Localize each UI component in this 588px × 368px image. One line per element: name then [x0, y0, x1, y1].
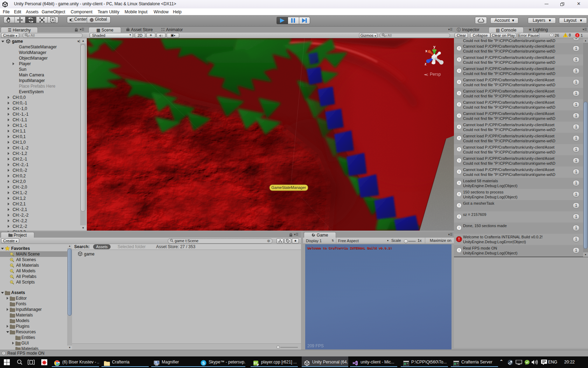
- svg-text:y: y: [433, 45, 436, 49]
- svg-text:Persp: Persp: [430, 72, 441, 77]
- svg-text:!: !: [458, 181, 460, 185]
- svg-text:!: !: [577, 34, 578, 37]
- svg-text:x: x: [425, 49, 428, 53]
- svg-text:S: S: [202, 361, 205, 365]
- svg-text:!: !: [458, 192, 460, 196]
- svg-text:!: !: [551, 33, 552, 36]
- svg-text:GameStateManager: GameStateManager: [271, 185, 306, 190]
- svg-text:!: !: [458, 69, 460, 73]
- svg-text:!: !: [458, 102, 460, 106]
- svg-text:!: !: [458, 248, 460, 252]
- svg-text:!: !: [458, 114, 460, 117]
- svg-text:!: !: [458, 203, 460, 207]
- svg-text:!: !: [458, 125, 460, 129]
- svg-text:!: !: [458, 170, 460, 173]
- svg-text:!: !: [458, 46, 460, 50]
- svg-text:!: !: [458, 136, 460, 140]
- svg-text:!: !: [458, 57, 460, 61]
- svg-text:!: !: [3, 352, 4, 355]
- svg-text:!: !: [565, 34, 566, 37]
- svg-text:z: z: [425, 62, 427, 66]
- svg-text:!: !: [458, 214, 460, 218]
- svg-text:!: !: [458, 158, 460, 162]
- svg-text:!: !: [458, 147, 460, 151]
- svg-text:!: !: [458, 237, 460, 241]
- svg-text:!: !: [458, 226, 460, 230]
- svg-text:!: !: [458, 91, 460, 95]
- svg-text:!: !: [458, 80, 460, 84]
- svg-text:0+: 0+: [254, 361, 257, 365]
